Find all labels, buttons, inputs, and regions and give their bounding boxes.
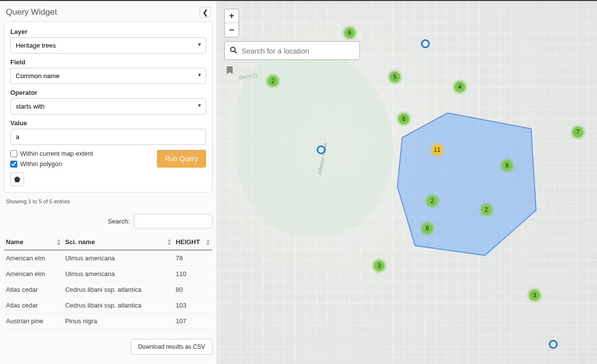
results-search-row: Search: — [4, 214, 212, 228]
col-height[interactable]: HEIGHT▲▼ — [174, 234, 212, 250]
options-row: Within current map extent Within polygon… — [10, 150, 206, 168]
map-canvas[interactable]: Balch Cr Johnson Creek + − 6 2 5 4 6 7 1… — [216, 1, 597, 364]
cluster-marker[interactable]: 2 — [425, 194, 440, 208]
results-table: Name▲▼ Sci. name▲▼ HEIGHT▲▼ American elm… — [4, 234, 212, 329]
table-row[interactable]: Atlas cedarCedrus libani ssp. atlantica1… — [4, 298, 212, 313]
query-panel: Query Widget ❮ Layer Heritage trees Fiel… — [0, 1, 216, 364]
query-form: Layer Heritage trees Field Common name O… — [4, 22, 212, 193]
search-label: Search: — [108, 218, 130, 225]
zoom-out-button[interactable]: − — [225, 23, 239, 37]
point-marker[interactable] — [317, 145, 326, 154]
polygon-checkbox[interactable] — [10, 161, 17, 168]
table-row[interactable]: Atlas cedarCedrus libani ssp. atlantica8… — [4, 282, 212, 298]
svg-line-3 — [235, 51, 237, 53]
col-sci[interactable]: Sci. name▲▼ — [63, 234, 174, 250]
draw-polygon-button[interactable] — [10, 172, 24, 186]
table-row[interactable]: American elmUlmus americana110 — [4, 266, 212, 282]
cluster-marker[interactable]: 4 — [452, 80, 467, 94]
cluster-marker[interactable]: 6 — [396, 112, 411, 126]
extent-label: Within current map extent — [20, 150, 93, 157]
cluster-marker[interactable]: 6 — [342, 26, 357, 40]
zoom-control: + − — [224, 9, 239, 37]
table-body: American elmUlmus americana78 American e… — [4, 250, 212, 329]
cluster-marker[interactable]: 6 — [420, 221, 435, 236]
panel-header: Query Widget ❮ — [4, 5, 212, 22]
point-marker[interactable] — [421, 39, 430, 48]
cluster-marker[interactable]: 7 — [570, 125, 585, 140]
extent-checkbox-row[interactable]: Within current map extent — [10, 150, 93, 157]
polygon-checkbox-row[interactable]: Within polygon — [10, 160, 93, 168]
cluster-marker[interactable]: 8 — [500, 158, 514, 173]
bookmark-button[interactable] — [224, 65, 235, 76]
sort-icon: ▲▼ — [206, 238, 210, 246]
cluster-marker[interactable]: 3 — [527, 288, 542, 303]
field-select[interactable]: Common name — [10, 68, 206, 84]
field-label: Field — [10, 58, 206, 66]
layer-label: Layer — [10, 28, 206, 35]
download-csv-button[interactable]: Download results as CSV — [131, 339, 212, 355]
table-row[interactable]: American elmUlmus americana78 — [4, 250, 212, 266]
map-search-box[interactable] — [224, 41, 360, 60]
operator-label: Operator — [10, 89, 206, 96]
cluster-marker[interactable]: 2 — [479, 202, 494, 217]
sort-icon: ▲▼ — [57, 238, 61, 246]
results-summary: Showing 1 to 5 of 5 entries — [6, 198, 210, 204]
svg-point-2 — [231, 47, 235, 52]
plus-icon: + — [229, 11, 235, 21]
polygon-label: Within polygon — [20, 160, 62, 168]
bookmark-icon — [226, 66, 233, 75]
cluster-marker[interactable]: 2 — [266, 74, 280, 88]
run-query-button[interactable]: Run Query — [157, 150, 206, 168]
chevron-left-icon: ❮ — [203, 9, 208, 16]
zoom-in-button[interactable]: + — [225, 9, 239, 23]
cluster-marker[interactable]: 3 — [372, 258, 387, 273]
minus-icon: − — [229, 25, 235, 35]
svg-marker-0 — [14, 176, 20, 182]
operator-select[interactable]: starts with — [10, 98, 206, 114]
table-header-row: Name▲▼ Sci. name▲▼ HEIGHT▲▼ — [4, 234, 212, 250]
collapse-button[interactable]: ❮ — [200, 7, 210, 18]
table-row[interactable]: Austrian pinePinus nigra107 — [4, 313, 212, 329]
extent-checkbox[interactable] — [10, 150, 17, 157]
map-search-input[interactable] — [241, 47, 355, 55]
search-icon — [230, 46, 238, 56]
col-name[interactable]: Name▲▼ — [4, 234, 63, 250]
value-input[interactable] — [10, 129, 206, 145]
layer-select[interactable]: Heritage trees — [10, 37, 206, 54]
sort-icon: ▲▼ — [167, 238, 172, 246]
cluster-marker[interactable]: 11 — [430, 142, 445, 157]
cluster-marker[interactable]: 5 — [388, 70, 402, 84]
results-search-input[interactable] — [134, 214, 212, 228]
panel-title: Query Widget — [6, 7, 57, 17]
polygon-icon — [14, 176, 21, 183]
value-label: Value — [10, 119, 206, 127]
point-marker[interactable] — [549, 340, 558, 349]
